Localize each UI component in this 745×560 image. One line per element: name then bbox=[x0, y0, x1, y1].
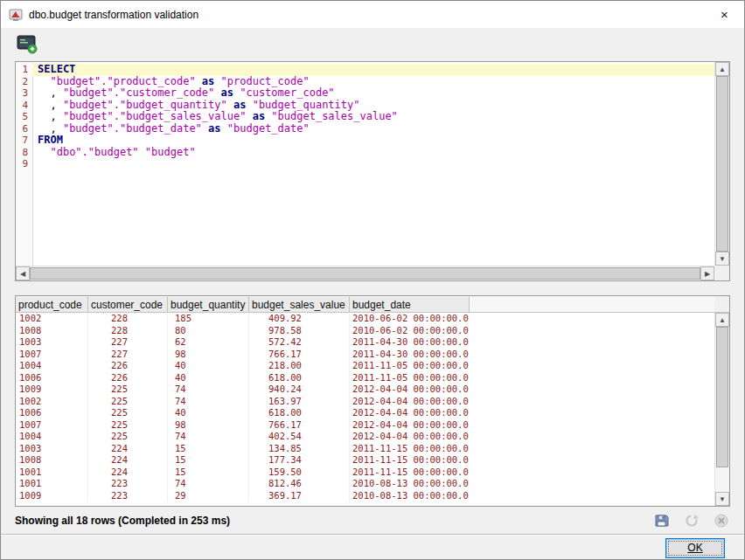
dialog-content: 1SELECT2 "budget"."product_code" as "pro… bbox=[1, 61, 744, 534]
table-cell: 812.46 bbox=[249, 478, 350, 490]
table-cell: 74 bbox=[168, 396, 249, 408]
table-row[interactable]: 100822415177.342011-11-15 00:00:00.0 bbox=[16, 454, 714, 467]
sql-editor[interactable]: 1SELECT2 "budget"."product_code" as "pro… bbox=[16, 62, 714, 266]
sql-horizontal-scrollbar[interactable]: ◀ ▶ bbox=[16, 266, 714, 280]
status-text: Showing all 18 rows (Completed in 253 ms… bbox=[15, 515, 230, 527]
table-cell: 225 bbox=[88, 431, 168, 443]
scroll-track[interactable] bbox=[715, 327, 729, 492]
table-row[interactable]: 100322762572.422011-04-30 00:00:00.0 bbox=[16, 336, 714, 349]
right-arrow-icon: ▶ bbox=[705, 270, 710, 278]
table-row[interactable]: 100722598766.172012-04-04 00:00:00.0 bbox=[16, 419, 714, 432]
scroll-thumb[interactable] bbox=[30, 267, 700, 280]
up-arrow-icon: ▲ bbox=[719, 316, 726, 324]
table-cell: 2011-11-05 00:00:00.0 bbox=[350, 372, 470, 384]
sql-line: 4 , "budget"."budget_quantity" as "budge… bbox=[16, 100, 714, 112]
column-header-product_code[interactable]: product_code bbox=[16, 296, 88, 312]
table-cell: 224 bbox=[88, 454, 168, 467]
table-cell: 225 bbox=[88, 407, 168, 419]
table-cell: 223 bbox=[88, 478, 168, 490]
sql-line: 7FROM bbox=[16, 135, 714, 147]
scroll-thumb[interactable] bbox=[716, 327, 728, 467]
scroll-track[interactable] bbox=[715, 76, 729, 252]
table-cell: 74 bbox=[168, 384, 249, 396]
refresh-icon bbox=[684, 513, 700, 529]
table-row[interactable]: 100622640618.002011-11-05 00:00:00.0 bbox=[16, 372, 714, 384]
table-cell: 2011-11-15 00:00:00.0 bbox=[350, 454, 470, 467]
sql-vertical-scrollbar[interactable]: ▲ ▼ bbox=[714, 62, 729, 266]
table-cell: 224 bbox=[88, 443, 168, 455]
table-row[interactable]: 100622540618.002012-04-04 00:00:00.0 bbox=[16, 407, 714, 419]
app-icon bbox=[9, 8, 23, 22]
table-cell: 185 bbox=[168, 313, 249, 325]
save-results-button[interactable] bbox=[653, 512, 671, 529]
table-row[interactable]: 100922329369.172010-08-13 00:00:00.0 bbox=[16, 490, 714, 502]
table-cell: 1001 bbox=[16, 478, 88, 490]
table-cell: 225 bbox=[88, 419, 168, 432]
table-row[interactable]: 100122415159.502011-11-15 00:00:00.0 bbox=[16, 467, 714, 479]
table-row[interactable]: 100922574940.242012-04-04 00:00:00.0 bbox=[16, 384, 714, 396]
stop-button[interactable] bbox=[713, 512, 730, 529]
column-header-customer_code[interactable]: customer_code bbox=[88, 296, 168, 312]
table-cell: 226 bbox=[88, 360, 168, 372]
table-row[interactable]: 100422640218.002011-11-05 00:00:00.0 bbox=[16, 360, 714, 372]
table-cell: 177.34 bbox=[249, 454, 350, 467]
table-cell: 227 bbox=[88, 336, 168, 349]
table-cell: 1007 bbox=[16, 419, 88, 432]
table-cell: 74 bbox=[168, 431, 249, 443]
scroll-up-button[interactable]: ▲ bbox=[715, 313, 729, 327]
table-cell: 409.92 bbox=[249, 313, 350, 325]
left-arrow-icon: ◀ bbox=[20, 270, 25, 278]
table-row[interactable]: 100322415134.852011-11-15 00:00:00.0 bbox=[16, 443, 714, 455]
table-row[interactable]: 100722798766.172011-04-30 00:00:00.0 bbox=[16, 349, 714, 361]
scroll-down-button[interactable]: ▼ bbox=[715, 492, 729, 506]
table-cell: 2012-04-04 00:00:00.0 bbox=[350, 407, 470, 419]
table-cell: 1008 bbox=[16, 325, 88, 337]
scroll-down-button[interactable]: ▼ bbox=[715, 252, 729, 266]
table-cell: 2012-04-04 00:00:00.0 bbox=[350, 396, 470, 408]
column-header-budget_sales_value[interactable]: budget_sales_value bbox=[249, 296, 350, 312]
down-arrow-icon: ▼ bbox=[719, 255, 726, 263]
sql-line: 3 , "budget"."customer_code" as "custome… bbox=[16, 87, 714, 100]
line-number: 8 bbox=[16, 147, 32, 159]
sql-script-add-icon[interactable] bbox=[17, 35, 38, 58]
scroll-thumb[interactable] bbox=[716, 76, 728, 252]
scroll-right-button[interactable]: ▶ bbox=[700, 266, 714, 280]
title-bar: dbo.budget transformation validation × bbox=[1, 1, 744, 28]
table-cell: 62 bbox=[168, 336, 249, 349]
table-cell: 1002 bbox=[16, 313, 88, 325]
table-cell: 2011-04-30 00:00:00.0 bbox=[350, 336, 470, 349]
line-number: 5 bbox=[16, 111, 32, 123]
refresh-button[interactable] bbox=[683, 512, 700, 529]
table-cell: 1004 bbox=[16, 360, 88, 372]
table-cell: 1009 bbox=[16, 490, 88, 502]
column-header-budget_date[interactable]: budget_date bbox=[350, 296, 470, 312]
table-row[interactable]: 100422574402.542012-04-04 00:00:00.0 bbox=[16, 431, 714, 443]
table-cell: 1003 bbox=[16, 336, 88, 349]
table-cell: 98 bbox=[168, 349, 249, 361]
table-vertical-scrollbar[interactable]: ▲ ▼ bbox=[714, 313, 729, 506]
table-row[interactable]: 100822880978.582010-06-02 00:00:00.0 bbox=[16, 325, 714, 337]
table-cell: 572.42 bbox=[249, 336, 350, 349]
scroll-left-button[interactable]: ◀ bbox=[16, 266, 30, 280]
table-cell: 98 bbox=[168, 419, 249, 432]
table-cell: 2010-06-02 00:00:00.0 bbox=[350, 313, 470, 325]
table-header-row: product_codecustomer_codebudget_quantity… bbox=[16, 296, 714, 313]
table-cell: 2010-08-13 00:00:00.0 bbox=[350, 478, 470, 490]
close-button[interactable]: × bbox=[705, 1, 744, 28]
table-cell: 159.50 bbox=[249, 467, 350, 479]
table-row[interactable]: 100222574163.972012-04-04 00:00:00.0 bbox=[16, 396, 714, 408]
column-header-budget_quantity[interactable]: budget_quantity bbox=[168, 296, 249, 312]
table-cell: 1003 bbox=[16, 443, 88, 455]
ok-button[interactable]: OK bbox=[665, 538, 725, 558]
save-icon bbox=[654, 513, 670, 529]
table-cell: 2012-04-04 00:00:00.0 bbox=[350, 384, 470, 396]
table-row[interactable]: 100122374812.462010-08-13 00:00:00.0 bbox=[16, 478, 714, 490]
scroll-track[interactable] bbox=[30, 266, 700, 280]
table-row[interactable]: 1002228185409.922010-06-02 00:00:00.0 bbox=[16, 313, 714, 325]
dialog-window: dbo.budget transformation validation × 1… bbox=[0, 0, 745, 560]
sql-code: FROM bbox=[32, 135, 714, 147]
line-number: 7 bbox=[16, 135, 32, 147]
table-cell: 225 bbox=[88, 384, 168, 396]
scroll-up-button[interactable]: ▲ bbox=[715, 62, 729, 76]
line-number: 9 bbox=[16, 158, 32, 170]
